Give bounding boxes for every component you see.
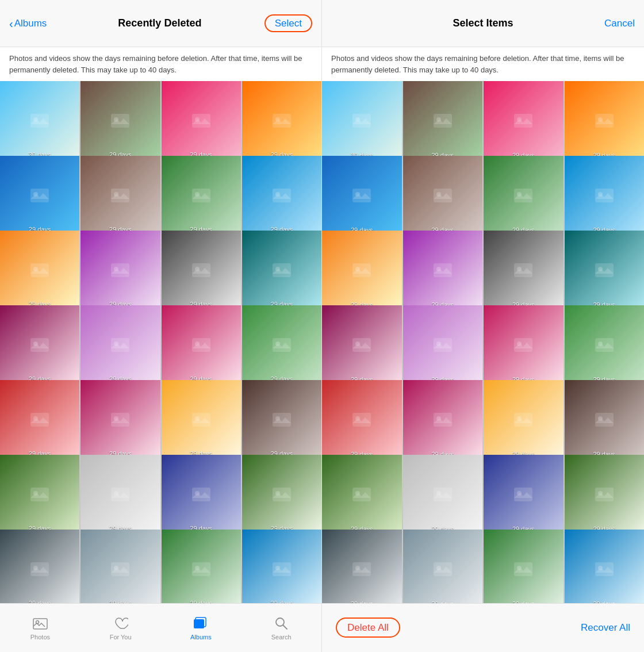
svg-rect-78 [352, 263, 371, 277]
photo-cell[interactable]: 29 days [322, 380, 402, 460]
photo-cell[interactable]: 29 days [0, 380, 79, 459]
tab-for-you[interactable]: For You [103, 615, 138, 641]
photo-cell[interactable]: 29 days [322, 305, 402, 385]
svg-rect-20 [192, 263, 210, 277]
photo-cell[interactable]: 30 days [322, 81, 402, 161]
svg-rect-6 [273, 114, 291, 128]
photo-cell[interactable]: 29 days [403, 530, 483, 603]
photo-cell[interactable]: 29 days [565, 380, 645, 460]
svg-rect-48 [30, 562, 49, 576]
photo-cell[interactable]: 29 days [565, 305, 645, 385]
svg-rect-22 [273, 263, 291, 277]
photo-cell[interactable]: 29 days [322, 530, 402, 603]
photo-cell[interactable]: 29 days [80, 231, 160, 310]
photo-cell[interactable]: 29 days [162, 530, 241, 603]
photo-cell[interactable]: 29 days [565, 530, 645, 603]
svg-rect-16 [30, 263, 49, 277]
photo-cell[interactable]: 29 days [242, 305, 321, 385]
photo-cell[interactable]: 29 days [242, 380, 321, 459]
photo-cell[interactable]: 29 days [565, 231, 645, 310]
photo-cell[interactable]: 29 days [0, 231, 79, 310]
recover-all-label[interactable]: Recover All [581, 622, 630, 633]
svg-rect-62 [352, 114, 371, 128]
photo-cell[interactable]: 29 days [162, 380, 241, 459]
photo-cell[interactable]: 29 days [242, 156, 321, 235]
tab-photos[interactable]: Photos [23, 615, 57, 641]
photo-cell[interactable]: 29 days [80, 380, 160, 459]
svg-rect-92 [595, 338, 614, 352]
photo-cell[interactable]: 29 days [484, 305, 564, 385]
tab-albums-label: Albums [190, 634, 212, 641]
photo-cell[interactable]: 29 days [403, 305, 483, 385]
photo-cell[interactable]: 29 days [403, 455, 483, 535]
photo-cell[interactable]: 29 days [162, 455, 241, 534]
photo-cell[interactable]: 29 days [0, 305, 79, 385]
svg-rect-36 [192, 413, 210, 427]
right-info-text: Photos and videos show the days remainin… [322, 47, 644, 81]
select-label[interactable]: Select [264, 14, 312, 32]
photo-cell[interactable]: 29 days [162, 305, 241, 385]
right-photo-grid: 30 days 29 days 29 days 29 days 29 days [322, 81, 644, 603]
photo-cell[interactable]: 29 days [484, 156, 564, 236]
back-button[interactable]: ‹ Albums [9, 18, 55, 29]
svg-rect-64 [434, 114, 452, 128]
svg-rect-80 [434, 263, 452, 277]
photo-cell[interactable]: 29 days [484, 81, 564, 161]
photo-cell[interactable]: 29 days [0, 530, 79, 603]
photo-cell[interactable]: 29 days [565, 455, 645, 535]
svg-rect-24 [30, 338, 49, 352]
photo-cell[interactable]: 29 days [403, 81, 483, 161]
photo-cell[interactable]: 29 days [322, 231, 402, 310]
days-remaining-label: 29 days [484, 600, 564, 604]
photo-cell[interactable]: 29 days [0, 156, 79, 235]
svg-rect-90 [514, 338, 532, 352]
delete-all-label[interactable]: Delete All [336, 618, 400, 638]
svg-rect-74 [514, 189, 532, 202]
tab-search[interactable]: Search [264, 615, 298, 641]
tab-albums[interactable]: Albums [183, 615, 218, 641]
svg-rect-54 [273, 562, 291, 576]
photo-cell[interactable]: 29 days [162, 231, 241, 310]
search-icon [273, 615, 289, 631]
svg-rect-38 [273, 413, 291, 427]
photo-cell[interactable]: 29 days [80, 455, 160, 534]
photo-cell[interactable]: 29 days [403, 380, 483, 460]
photo-cell[interactable]: 29 days [484, 530, 564, 603]
photo-cell[interactable]: 29 days [322, 156, 402, 236]
days-remaining-label: 29 days [322, 600, 402, 604]
photo-cell[interactable]: 29 days [80, 81, 160, 160]
photo-cell[interactable]: 29 days [80, 530, 160, 603]
photo-cell[interactable]: 29 days [242, 455, 321, 534]
photo-cell[interactable]: 29 days [80, 305, 160, 385]
photo-cell[interactable]: 30 days [0, 81, 79, 160]
svg-rect-26 [111, 338, 129, 352]
tab-photos-label: Photos [30, 634, 50, 641]
delete-all-button[interactable]: Delete All [336, 622, 400, 634]
select-button[interactable]: Select [264, 18, 312, 29]
photo-cell[interactable]: 29 days [565, 81, 645, 161]
recover-all-button[interactable]: Recover All [581, 622, 630, 634]
photo-cell[interactable]: 29 days [162, 156, 241, 235]
cancel-button[interactable]: Cancel [589, 18, 635, 29]
svg-rect-52 [192, 562, 210, 576]
photo-cell[interactable]: 29 days [403, 156, 483, 236]
photo-cell[interactable]: 29 days [0, 455, 79, 534]
photo-cell[interactable]: 29 days [242, 530, 321, 603]
photo-cell[interactable]: 29 days [565, 156, 645, 236]
photo-cell[interactable]: 29 days [242, 81, 321, 160]
svg-rect-2 [111, 114, 129, 128]
photo-cell[interactable]: 29 days [403, 231, 483, 310]
photo-cell[interactable]: 29 days [162, 81, 241, 160]
photo-cell[interactable]: 29 days [322, 455, 402, 535]
svg-rect-106 [514, 488, 532, 501]
photo-cell[interactable]: 29 days [484, 231, 564, 310]
cancel-label[interactable]: Cancel [604, 18, 635, 29]
photo-cell[interactable]: 29 days [484, 380, 564, 460]
photo-cell[interactable]: 29 days [484, 455, 564, 535]
photo-cell[interactable]: 29 days [242, 231, 321, 310]
days-remaining-label: 29 days [0, 600, 79, 603]
svg-rect-86 [352, 338, 371, 352]
svg-rect-112 [434, 562, 452, 576]
svg-rect-42 [111, 488, 129, 501]
photo-cell[interactable]: 29 days [80, 156, 160, 235]
